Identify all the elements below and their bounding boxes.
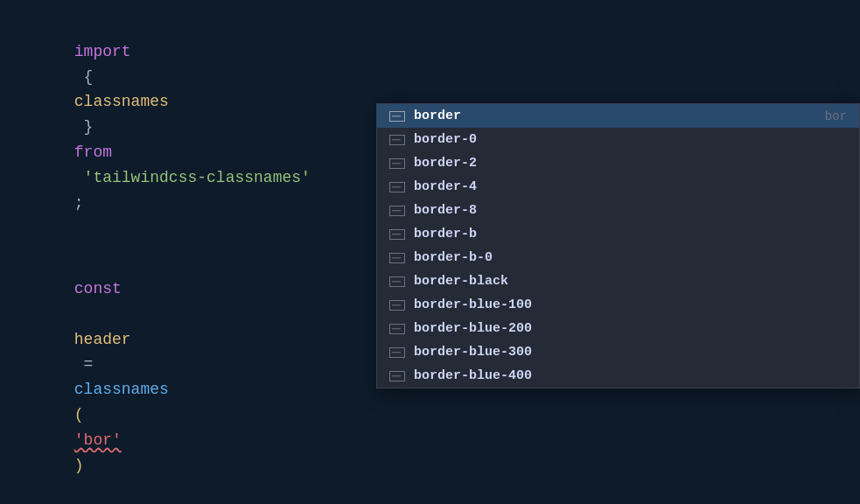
function-classnames: classnames: [74, 381, 169, 398]
ac-label-border-b-0: border-b-0: [414, 250, 493, 265]
ac-icon-border-b-0: [389, 253, 405, 263]
brace-close: }: [74, 118, 102, 136]
ac-icon-border-4: [389, 182, 405, 192]
ac-item-border-blue-400[interactable]: border-blue-400: [377, 364, 859, 388]
ac-item-border-2[interactable]: border-2: [377, 151, 859, 175]
ac-icon-border-0: [389, 135, 405, 145]
ac-label-border-blue-100: border-blue-100: [414, 298, 532, 312]
ac-icon-border-black: [389, 276, 405, 287]
ac-icon-border-blue-300: [389, 347, 405, 358]
ac-icon-border: [389, 111, 405, 122]
identifier-classnames: classnames: [74, 93, 169, 110]
ac-item-border-blue-300[interactable]: border-blue-300: [377, 340, 859, 364]
ac-item-border-black[interactable]: border-black: [377, 270, 859, 293]
ac-label-border-8: border-8: [414, 203, 477, 218]
ac-hint-border: bor: [825, 109, 847, 123]
ac-label-border-4: border-4: [414, 179, 477, 194]
ac-item-border-b-0[interactable]: border-b-0: [377, 246, 859, 270]
space-1: [74, 305, 84, 323]
ac-label-border-2: border-2: [414, 156, 477, 171]
keyword-from: from: [74, 144, 112, 161]
string-arg-bor: 'bor': [74, 431, 122, 449]
paren-open: (: [74, 406, 84, 424]
semicolon-1: ;: [74, 194, 84, 212]
ac-icon-border-blue-400: [389, 371, 405, 382]
ac-icon-border-2: [389, 158, 405, 169]
ac-label-border-blue-300: border-blue-300: [414, 345, 532, 360]
ac-icon-border-blue-100: [389, 300, 405, 311]
ac-label-border: border: [414, 108, 461, 123]
ac-label-border-black: border-black: [414, 274, 508, 289]
ac-label-border-blue-200: border-blue-200: [414, 321, 532, 336]
ac-item-border-blue-100[interactable]: border-blue-100: [377, 293, 859, 317]
ac-item-border-8[interactable]: border-8: [377, 199, 859, 222]
ac-item-border-4[interactable]: border-4: [377, 175, 859, 199]
keyword-const: const: [74, 280, 122, 298]
assignment-op: =: [74, 355, 102, 373]
ac-item-border-0[interactable]: border-0: [377, 128, 859, 151]
code-editor: import { classnames } from 'tailwindcss-…: [0, 0, 860, 504]
paren-close: ): [74, 457, 84, 474]
string-module: 'tailwindcss-classnames': [74, 169, 311, 186]
ac-item-border-b[interactable]: border-b: [377, 222, 859, 246]
variable-header: header: [74, 331, 131, 348]
ac-label-border-0: border-0: [414, 132, 477, 147]
keyword-import: import: [74, 43, 131, 60]
autocomplete-dropdown: border bor border-0 border-2 border-4 bo…: [376, 103, 860, 388]
ac-label-border-b: border-b: [414, 227, 477, 242]
ac-label-border-blue-400: border-blue-400: [414, 368, 532, 383]
ac-icon-border-blue-200: [389, 324, 405, 334]
ac-item-border[interactable]: border bor: [377, 104, 859, 128]
ac-icon-border-8: [389, 206, 405, 216]
ac-item-border-blue-200[interactable]: border-blue-200: [377, 317, 859, 340]
brace-open: {: [74, 68, 102, 86]
ac-icon-border-b: [389, 229, 405, 240]
